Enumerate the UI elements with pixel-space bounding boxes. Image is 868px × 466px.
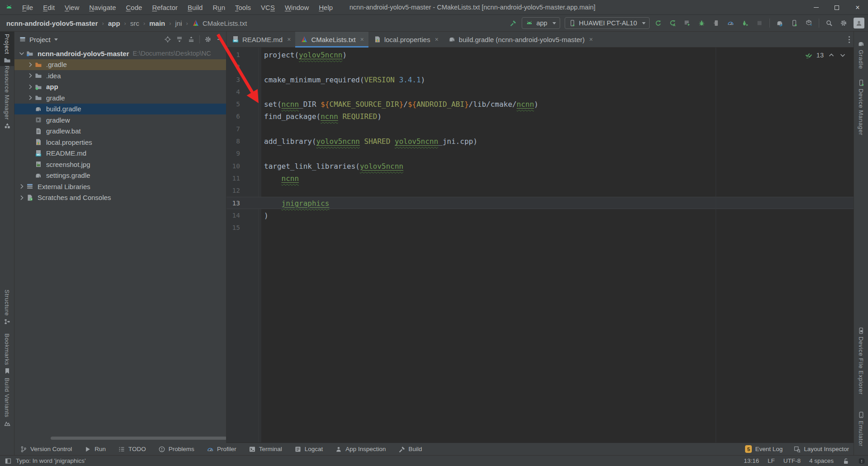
tree-item-external-libraries[interactable]: External Libraries: [14, 181, 226, 192]
chevron-down-icon[interactable]: [17, 50, 26, 57]
tab-options-icon[interactable]: [849, 32, 850, 48]
tab-cmakelists-txt[interactable]: CMakeLists.txt×: [295, 32, 368, 47]
minimize-button[interactable]: [806, 0, 826, 15]
chevron-right-icon[interactable]: [17, 183, 26, 190]
tree-item-ncnn-android-yolov5-master[interactable]: ncnn-android-yolov5-masterE:\Documents\D…: [14, 48, 226, 59]
menu-window[interactable]: Window: [280, 0, 314, 15]
menu-navigate[interactable]: Navigate: [84, 0, 121, 15]
chevron-right-icon[interactable]: [26, 94, 35, 101]
device-manager-button[interactable]: [788, 17, 801, 29]
toolwindow-terminal[interactable]: Terminal: [249, 446, 282, 453]
project-panel-title[interactable]: Project: [29, 36, 51, 43]
tree-item--gradle[interactable]: .gradle: [14, 59, 226, 71]
tree-item-gradlew-bat[interactable]: gradlew.bat: [14, 126, 226, 137]
menu-file[interactable]: File: [17, 0, 38, 15]
toolwindow-profiler[interactable]: Profiler: [207, 446, 236, 453]
breadcrumb-segment[interactable]: jni: [175, 19, 183, 27]
menu-run[interactable]: Run: [208, 0, 230, 15]
close-tab-icon[interactable]: ×: [589, 36, 593, 43]
tree-item-gradlew[interactable]: gradlew: [14, 114, 226, 126]
notifications-icon[interactable]: [858, 457, 865, 465]
profile-button[interactable]: [724, 17, 737, 29]
menu-help[interactable]: Help: [314, 0, 338, 15]
gear-small-icon[interactable]: [204, 36, 212, 43]
chevron-right-icon[interactable]: [26, 61, 35, 68]
stripe-device-manager[interactable]: Device Manager: [854, 77, 868, 138]
hide-minus-icon[interactable]: [216, 36, 223, 43]
caret-position[interactable]: 13:16: [744, 457, 759, 464]
indent-setting[interactable]: 4 spaces: [809, 457, 834, 464]
menu-vcs[interactable]: VCS: [256, 0, 280, 15]
unlock-icon[interactable]: [842, 457, 849, 465]
stripe-gradle[interactable]: Gradle: [854, 38, 868, 71]
horizontal-scrollbar[interactable]: [51, 437, 226, 440]
close-tab-icon[interactable]: ×: [435, 36, 439, 43]
toolwindow-run[interactable]: Run: [84, 446, 106, 453]
toolwindow-version-control[interactable]: Version Control: [20, 446, 72, 453]
breadcrumb-segment[interactable]: app: [107, 19, 121, 27]
next-issue-icon[interactable]: [839, 52, 846, 59]
line-separator[interactable]: LF: [768, 457, 775, 464]
tree-item-build-gradle[interactable]: build.gradle: [14, 104, 226, 115]
tool-windows-icon[interactable]: [5, 457, 12, 465]
stripe-build-variants[interactable]: Build Variants: [0, 376, 14, 429]
maximize-button[interactable]: [826, 0, 847, 15]
chevron-right-icon[interactable]: [26, 83, 35, 90]
run-tasks-list-button[interactable]: [681, 17, 693, 29]
debug-button[interactable]: [695, 17, 708, 29]
chevron-right-icon[interactable]: [17, 194, 26, 201]
toolwindow-logcat[interactable]: Logcat: [294, 446, 323, 453]
sdk-manager-button[interactable]: [802, 17, 815, 29]
apply-changes-restart-button[interactable]: [652, 17, 665, 29]
close-tab-icon[interactable]: ×: [287, 36, 291, 43]
tree-item-local-properties[interactable]: local.properties: [14, 137, 226, 148]
tree-item-app[interactable]: app: [14, 81, 226, 93]
tree-item-settings-gradle[interactable]: settings.gradle: [14, 170, 226, 181]
expand-all-icon[interactable]: [176, 36, 183, 43]
toolwindow-problems[interactable]: Problems: [158, 446, 194, 453]
tab-readme-md[interactable]: MDREADME.md×: [226, 32, 295, 47]
apply-changes-debug-button[interactable]: [739, 17, 751, 29]
breadcrumb-segment[interactable]: ncnn-android-yolov5-master: [5, 19, 99, 27]
chevron-right-icon[interactable]: [26, 72, 35, 79]
tree-item-gradle[interactable]: gradle: [14, 92, 226, 104]
stripe-emulator[interactable]: Emulator: [854, 409, 868, 449]
code-editor[interactable]: 123456789101112131415 project(yolov5ncnn…: [226, 48, 854, 442]
apply-code-changes-button[interactable]: A: [666, 17, 679, 29]
stripe-device-file-explorer[interactable]: Device File Explorer: [854, 325, 868, 397]
file-encoding[interactable]: UTF-8: [783, 457, 801, 464]
breadcrumb-segment[interactable]: src: [129, 19, 140, 27]
menu-tools[interactable]: Tools: [230, 0, 256, 15]
inspections-widget[interactable]: 13: [805, 52, 846, 59]
build-hammer-icon[interactable]: [507, 17, 519, 29]
stripe-project[interactable]: Project: [0, 32, 14, 66]
menu-view[interactable]: View: [60, 0, 84, 15]
tree-item-scratches-and-consoles[interactable]: Scratches and Consoles: [14, 192, 226, 204]
toolwindow-todo[interactable]: TODO: [118, 446, 146, 453]
attach-debugger-button[interactable]: [710, 17, 722, 29]
event-log-button[interactable]: 5 Event Log: [745, 445, 783, 453]
toolwindow-build[interactable]: Build: [398, 446, 422, 453]
device-select[interactable]: HUAWEI PCT-AL10: [565, 17, 650, 29]
breadcrumb-segment[interactable]: main: [148, 19, 166, 27]
stripe-resource-manager[interactable]: Resource Manager: [0, 63, 14, 132]
layout-inspector-button[interactable]: Layout Inspector: [793, 446, 849, 453]
sync-project-gradle-button[interactable]: [774, 17, 786, 29]
run-configuration-select[interactable]: app: [522, 17, 560, 29]
tree-item-screenshot-jpg[interactable]: screenshot.jpg: [14, 159, 226, 170]
tree-item--idea[interactable]: .idea: [14, 70, 226, 81]
tab-local-properties[interactable]: local.properties×: [368, 32, 443, 47]
stripe-structure[interactable]: Structure: [0, 287, 14, 328]
tree-item-readme-md[interactable]: MDREADME.md: [14, 148, 226, 159]
menu-build[interactable]: Build: [183, 0, 208, 15]
tab-build-gradle[interactable]: build.gradle (ncnn-android-yolov5-master…: [443, 32, 598, 47]
menu-code[interactable]: Code: [121, 0, 147, 15]
search-everywhere-button[interactable]: [823, 17, 835, 29]
close-button[interactable]: ×: [847, 0, 868, 15]
settings-button[interactable]: [837, 17, 850, 29]
profile-avatar-button[interactable]: [852, 17, 864, 29]
stripe-bookmarks[interactable]: Bookmarks: [0, 331, 14, 377]
collapse-all-icon[interactable]: [188, 36, 195, 43]
toolwindow-app-inspection[interactable]: App Inspection: [335, 446, 386, 453]
breadcrumb-segment[interactable]: CMakeLists.txt: [202, 19, 248, 27]
